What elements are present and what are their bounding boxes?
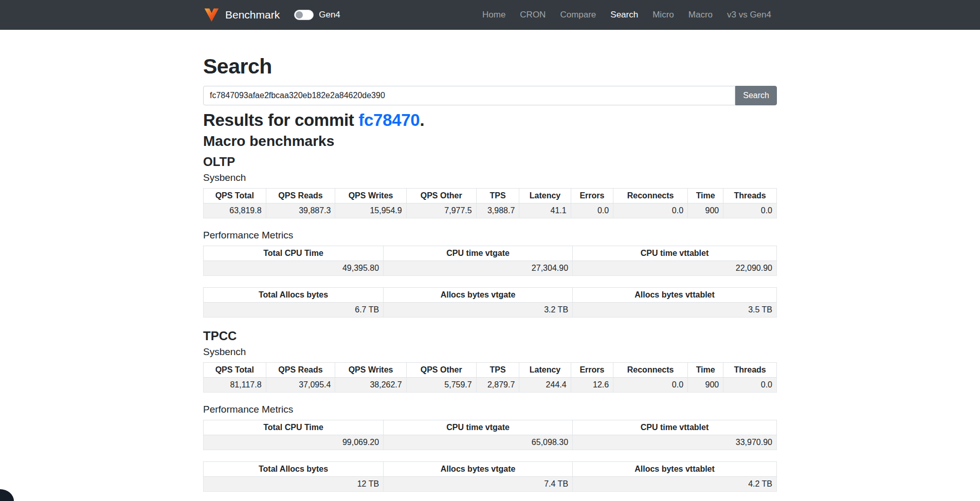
search-button[interactable]: Search xyxy=(735,86,777,105)
cell-value: 3.5 TB xyxy=(573,303,777,318)
vitess-logo-icon xyxy=(203,7,220,23)
header-row: Total CPU TimeCPU time vtgateCPU time vt… xyxy=(204,420,777,435)
column-header: Threads xyxy=(723,189,777,203)
column-header: Time xyxy=(688,189,723,203)
column-header: QPS Other xyxy=(406,189,476,203)
cell-value: 7.4 TB xyxy=(384,477,573,492)
column-header: Allocs bytes vtgate xyxy=(384,288,573,303)
nav-item-compare[interactable]: Compare xyxy=(554,7,602,23)
cell-value: 0.0 xyxy=(613,203,688,218)
search-input[interactable] xyxy=(203,86,735,105)
benchmark-name: OLTP xyxy=(203,155,777,169)
cpu-time-table: Total CPU TimeCPU time vtgateCPU time vt… xyxy=(203,420,777,450)
header-row: Total Allocs bytesAllocs bytes vtgateAll… xyxy=(204,462,777,477)
sysbench-results-table: QPS TotalQPS ReadsQPS WritesQPS OtherTPS… xyxy=(203,188,777,218)
table-row: 6.7 TB3.2 TB3.5 TB xyxy=(204,303,777,318)
cell-value: 0.0 xyxy=(613,378,688,393)
cell-value: 7,977.5 xyxy=(406,203,476,218)
column-header: Total Allocs bytes xyxy=(204,288,384,303)
column-header: CPU time vttablet xyxy=(573,246,777,261)
cell-value: 27,304.90 xyxy=(384,261,573,276)
column-header: CPU time vtgate xyxy=(384,246,573,261)
nav-item-home[interactable]: Home xyxy=(477,7,511,23)
benchmark-section-tpcc: TPCC Sysbench QPS TotalQPS ReadsQPS Writ… xyxy=(203,329,777,492)
cell-value: 39,887.3 xyxy=(266,203,335,218)
cell-value: 12 TB xyxy=(204,477,384,492)
column-header: Latency xyxy=(519,363,571,378)
table-row: 12 TB7.4 TB4.2 TB xyxy=(204,477,777,492)
cell-value: 15,954.9 xyxy=(335,203,406,218)
cell-value: 81,117.8 xyxy=(204,378,266,393)
cell-value: 63,819.8 xyxy=(204,203,266,218)
page-title: Search xyxy=(203,54,777,79)
column-header: QPS Total xyxy=(204,363,266,378)
performance-metrics-label: Performance Metrics xyxy=(203,404,777,415)
column-header: QPS Total xyxy=(204,189,266,203)
cell-value: 2,879.7 xyxy=(476,378,519,393)
sysbench-results-table: QPS TotalQPS ReadsQPS WritesQPS OtherTPS… xyxy=(203,362,777,393)
table-row: 81,117.837,095.438,262.75,759.72,879.724… xyxy=(204,378,777,393)
cell-value: 22,090.90 xyxy=(573,261,777,276)
nav-item-v3-vs-gen4[interactable]: v3 vs Gen4 xyxy=(721,7,777,23)
column-header: Latency xyxy=(519,189,571,203)
cell-value: 65,098.30 xyxy=(384,435,573,450)
nav-item-macro[interactable]: Macro xyxy=(683,7,718,23)
performance-metrics-label: Performance Metrics xyxy=(203,230,777,241)
column-header: Allocs bytes vtgate xyxy=(384,462,573,477)
column-header: Reconnects xyxy=(613,189,688,203)
cell-value: 0.0 xyxy=(571,203,613,218)
nav-item-search[interactable]: Search xyxy=(605,7,644,23)
cell-value: 3,988.7 xyxy=(476,203,519,218)
column-header: QPS Writes xyxy=(335,189,406,203)
cell-value: 12.6 xyxy=(571,378,613,393)
cell-value: 37,095.4 xyxy=(266,378,335,393)
column-header: TPS xyxy=(476,363,519,378)
brand-title: Benchmark xyxy=(225,9,280,21)
cell-value: 0.0 xyxy=(723,378,777,393)
column-header: TPS xyxy=(476,189,519,203)
column-header: Allocs bytes vttablet xyxy=(573,288,777,303)
nav-item-cron[interactable]: CRON xyxy=(514,7,551,23)
gen4-toggle[interactable] xyxy=(294,10,314,20)
cell-value: 244.4 xyxy=(519,378,571,393)
sysbench-label: Sysbench xyxy=(203,172,777,183)
gen4-toggle-label: Gen4 xyxy=(319,10,340,20)
cell-value: 99,069.20 xyxy=(204,435,384,450)
column-header: QPS Other xyxy=(406,363,476,378)
navbar: Benchmark Gen4 Home CRON Compare Search … xyxy=(0,0,980,30)
benchmark-section-oltp: OLTP Sysbench QPS TotalQPS ReadsQPS Writ… xyxy=(203,155,777,318)
cell-value: 3.2 TB xyxy=(384,303,573,318)
table-row: 49,395.8027,304.9022,090.90 xyxy=(204,261,777,276)
column-header: Reconnects xyxy=(613,363,688,378)
column-header: QPS Reads xyxy=(266,363,335,378)
table-row: 99,069.2065,098.3033,970.90 xyxy=(204,435,777,450)
allocs-bytes-table: Total Allocs bytesAllocs bytes vtgateAll… xyxy=(203,287,777,318)
commit-link[interactable]: fc78470 xyxy=(358,110,420,129)
nav-item-micro[interactable]: Micro xyxy=(647,7,680,23)
brand[interactable]: Benchmark xyxy=(203,7,280,23)
results-title: Results for commit fc78470. xyxy=(203,110,777,130)
column-header: Errors xyxy=(571,189,613,203)
cell-value: 33,970.90 xyxy=(573,435,777,450)
cell-value: 6.7 TB xyxy=(204,303,384,318)
column-header: CPU time vttablet xyxy=(573,420,777,435)
column-header: Allocs bytes vttablet xyxy=(573,462,777,477)
corner-artifact xyxy=(0,489,14,501)
column-header: CPU time vtgate xyxy=(384,420,573,435)
header-row: Total Allocs bytesAllocs bytes vtgateAll… xyxy=(204,288,777,303)
cell-value: 4.2 TB xyxy=(573,477,777,492)
cell-value: 0.0 xyxy=(723,203,777,218)
column-header: QPS Reads xyxy=(266,189,335,203)
column-header: QPS Writes xyxy=(335,363,406,378)
cell-value: 5,759.7 xyxy=(406,378,476,393)
search-input-group: Search xyxy=(203,86,777,105)
cell-value: 49,395.80 xyxy=(204,261,384,276)
column-header: Total Allocs bytes xyxy=(204,462,384,477)
macro-benchmarks-title: Macro benchmarks xyxy=(203,133,777,150)
column-header: Total CPU Time xyxy=(204,420,384,435)
column-header: Time xyxy=(688,363,723,378)
column-header: Threads xyxy=(723,363,777,378)
table-row: 63,819.839,887.315,954.97,977.53,988.741… xyxy=(204,203,777,218)
benchmark-name: TPCC xyxy=(203,329,777,343)
nav-links: Home CRON Compare Search Micro Macro v3 … xyxy=(477,7,777,23)
